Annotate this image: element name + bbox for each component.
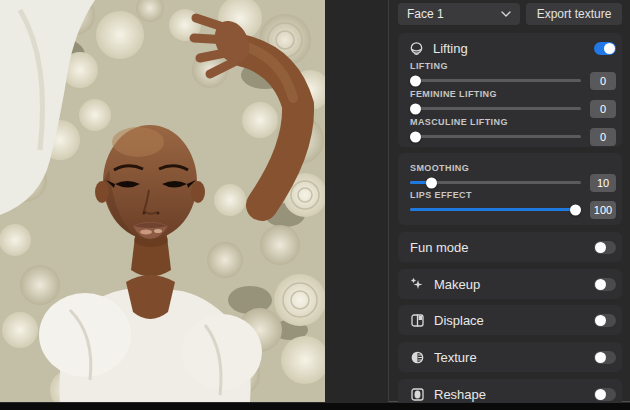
- section-displace[interactable]: Displace: [398, 305, 622, 335]
- slider-label: MASCULINE LIFTING: [410, 117, 616, 127]
- slider-knob[interactable]: [410, 103, 421, 114]
- masculine-lifting-value[interactable]: 0: [590, 128, 616, 146]
- lifting-slider[interactable]: [410, 79, 581, 82]
- slider-row-masculine-lifting: MASCULINE LIFTING 0: [410, 117, 616, 142]
- makeup-icon: [410, 277, 425, 292]
- fun-mode-toggle[interactable]: [594, 241, 616, 254]
- face-lift-icon: [409, 41, 424, 56]
- panel-toolbar: Face 1 Export texture: [398, 3, 622, 25]
- section-label: Reshape: [434, 387, 486, 402]
- bottom-bar: [0, 403, 630, 410]
- slider-label: SMOOTHING: [410, 163, 616, 173]
- smoothing-slider[interactable]: [410, 181, 581, 184]
- section-label: Texture: [434, 350, 477, 365]
- slider-label: LIFTING: [410, 61, 616, 71]
- slider-knob[interactable]: [570, 204, 581, 215]
- texture-icon: [410, 350, 425, 365]
- section-makeup[interactable]: Makeup: [398, 269, 622, 299]
- face-select-dropdown[interactable]: Face 1: [398, 3, 520, 25]
- chevron-down-icon: [501, 9, 511, 19]
- lifting-value[interactable]: 0: [590, 72, 616, 90]
- smoothing-value[interactable]: 10: [590, 174, 616, 192]
- slider-row-lips-effect: LIPS EFFECT 100: [410, 190, 616, 215]
- smoothing-card: SMOOTHING 10 LIPS EFFECT 100: [398, 153, 622, 225]
- photo-canvas[interactable]: [0, 0, 388, 402]
- export-texture-button[interactable]: Export texture: [526, 3, 622, 25]
- export-texture-label: Export texture: [537, 7, 612, 21]
- slider-row-feminine-lifting: FEMININE LIFTING 0: [410, 89, 616, 114]
- portrait-photo: [0, 0, 325, 402]
- masculine-lifting-slider[interactable]: [410, 135, 581, 138]
- feminine-lifting-slider[interactable]: [410, 107, 581, 110]
- lips-effect-slider[interactable]: [410, 208, 581, 211]
- section-fun-mode[interactable]: Fun mode: [398, 232, 622, 262]
- texture-toggle[interactable]: [594, 351, 616, 364]
- lifting-title: Lifting: [433, 41, 468, 56]
- slider-label: LIPS EFFECT: [410, 190, 616, 200]
- section-label: Fun mode: [410, 240, 469, 255]
- displace-icon: [410, 313, 425, 328]
- feminine-lifting-value[interactable]: 0: [590, 100, 616, 118]
- slider-row-lifting: LIFTING 0: [410, 61, 616, 86]
- slider-knob[interactable]: [410, 75, 421, 86]
- displace-toggle[interactable]: [594, 314, 616, 327]
- slider-knob[interactable]: [410, 131, 421, 142]
- makeup-toggle[interactable]: [594, 278, 616, 291]
- face-select-value: Face 1: [407, 7, 444, 21]
- section-texture[interactable]: Texture: [398, 342, 622, 372]
- section-label: Makeup: [434, 277, 480, 292]
- lifting-card: Lifting LIFTING 0 FEMININE LIFTING: [398, 33, 622, 147]
- lips-effect-value[interactable]: 100: [590, 201, 616, 219]
- face-adjustments-panel: Face 1 Export texture Lifting: [389, 0, 630, 402]
- reshape-toggle[interactable]: [594, 388, 616, 401]
- section-label: Displace: [434, 313, 484, 328]
- photo-editor-window: Face 1 Export texture Lifting: [0, 0, 630, 410]
- lifting-toggle[interactable]: [594, 42, 616, 55]
- lifting-header[interactable]: Lifting: [398, 33, 622, 63]
- reshape-icon: [410, 387, 425, 402]
- slider-knob[interactable]: [426, 177, 437, 188]
- slider-row-smoothing: SMOOTHING 10: [410, 163, 616, 188]
- slider-label: FEMININE LIFTING: [410, 89, 616, 99]
